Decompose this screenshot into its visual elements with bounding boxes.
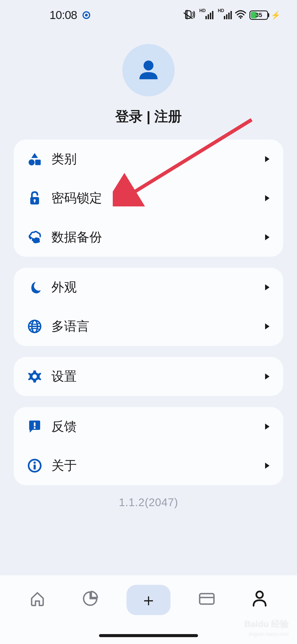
settings-item-language[interactable]: 多语言 [14, 307, 283, 346]
info-icon [28, 459, 42, 473]
app-notification-icon [82, 11, 90, 19]
svg-point-12 [32, 374, 37, 379]
settings-label: 外观 [51, 279, 265, 296]
settings-label: 反馈 [51, 418, 265, 435]
settings-item-appearance[interactable]: 外观 [14, 268, 283, 307]
card-icon [198, 591, 216, 606]
settings-group-1: 类别 密码锁定 数据备份 [14, 140, 283, 257]
status-time: 10:08 [50, 9, 77, 22]
chevron-right-icon [265, 156, 270, 162]
settings-item-feedback[interactable]: 反馈 [14, 407, 283, 446]
globe-icon [28, 319, 42, 334]
moon-icon [28, 280, 42, 294]
home-indicator[interactable] [99, 634, 198, 637]
lock-open-icon [28, 191, 42, 205]
svg-point-21 [256, 591, 263, 598]
svg-point-1 [85, 14, 88, 17]
chevron-right-icon [265, 373, 270, 380]
settings-group-2: 外观 多语言 [14, 268, 283, 346]
watermark: Baidu 经验 [244, 618, 289, 630]
watermark-sub: jingyan.baidu.com [249, 631, 289, 637]
chevron-right-icon [265, 234, 270, 240]
nav-profile[interactable] [243, 585, 276, 612]
nav-add[interactable]: ＋ [127, 585, 170, 615]
nav-card[interactable] [190, 585, 223, 612]
battery-icon: 35 ⚡ [249, 10, 280, 20]
settings-item-data-backup[interactable]: 数据备份 [14, 218, 283, 257]
settings-item-settings[interactable]: 设置 [14, 357, 283, 396]
settings-label: 多语言 [51, 318, 265, 335]
settings-label: 类别 [51, 151, 265, 168]
person-icon [252, 590, 267, 607]
wifi-icon [235, 10, 246, 20]
chevron-right-icon [265, 323, 270, 329]
svg-rect-13 [34, 422, 35, 426]
svg-point-2 [240, 17, 241, 19]
settings-label: 设置 [51, 368, 265, 385]
svg-point-16 [34, 462, 36, 464]
svg-rect-19 [200, 594, 214, 604]
gear-icon [28, 369, 42, 384]
settings-group-3: 设置 [14, 357, 283, 396]
signal-2-icon: HD [217, 11, 232, 19]
avatar[interactable] [122, 44, 175, 96]
settings-content: 类别 密码锁定 数据备份 外观 [0, 140, 297, 509]
login-register-button[interactable]: 登录 | 注册 [115, 107, 182, 126]
settings-item-about[interactable]: 关于 [14, 446, 283, 485]
signal-1-icon: HD [198, 11, 213, 19]
pie-chart-icon [82, 590, 98, 607]
svg-point-3 [144, 61, 153, 70]
svg-rect-17 [34, 465, 36, 470]
plus-icon: ＋ [140, 591, 157, 608]
chevron-right-icon [265, 284, 270, 290]
status-right: HD HD 35 ⚡ [183, 9, 280, 21]
settings-item-password-lock[interactable]: 密码锁定 [14, 179, 283, 218]
category-icon [28, 152, 42, 166]
chevron-right-icon [265, 463, 270, 469]
settings-label: 数据备份 [51, 229, 265, 246]
settings-label: 密码锁定 [51, 190, 265, 207]
chevron-right-icon [265, 195, 270, 201]
settings-label: 关于 [51, 457, 265, 474]
nav-stats[interactable] [74, 585, 107, 612]
status-left: 10:08 [50, 9, 90, 22]
settings-group-4: 反馈 关于 [14, 407, 283, 485]
vibrate-icon [183, 9, 195, 21]
feedback-icon [28, 419, 42, 434]
backup-icon [28, 230, 42, 244]
nav-home[interactable] [21, 585, 54, 612]
version-text: 1.1.2(2047) [14, 496, 283, 509]
svg-rect-8 [34, 200, 35, 203]
status-bar: 10:08 HD HD 35 [0, 0, 297, 28]
chevron-right-icon [265, 424, 270, 430]
home-icon [29, 590, 46, 607]
person-icon [136, 58, 161, 83]
svg-rect-5 [35, 160, 41, 165]
svg-rect-14 [34, 427, 35, 429]
profile-section: 登录 | 注册 [0, 28, 297, 140]
settings-item-category[interactable]: 类别 [14, 140, 283, 179]
svg-point-4 [29, 159, 35, 165]
